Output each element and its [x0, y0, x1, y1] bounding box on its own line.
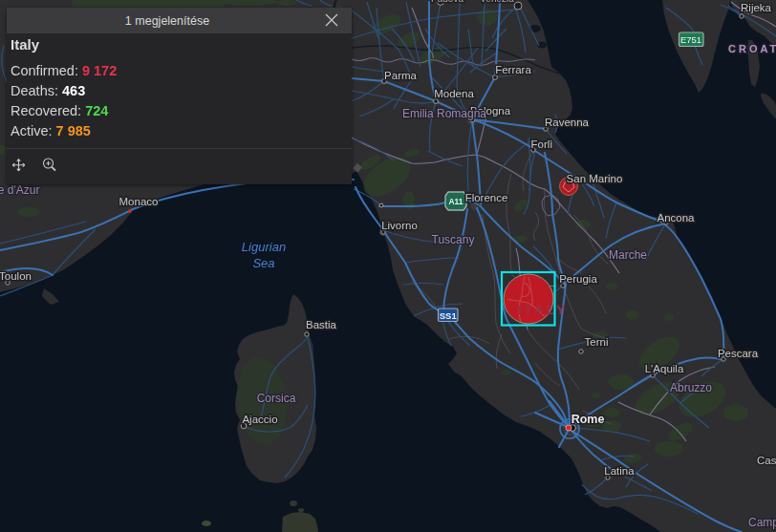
svg-text:Ravenna: Ravenna [545, 117, 590, 128]
svg-text:Pescara: Pescara [718, 348, 759, 359]
svg-text:Forlì: Forlì [531, 138, 553, 150]
svg-text:E751: E751 [680, 34, 701, 45]
svg-text:ITALY: ITALY [518, 303, 569, 317]
svg-text:Marche: Marche [609, 248, 647, 262]
svg-text:Rome: Rome [571, 413, 605, 426]
svg-text:Tuscany: Tuscany [432, 233, 475, 246]
svg-text:Ajaccio: Ajaccio [242, 414, 277, 425]
svg-text:Ferrara: Ferrara [495, 64, 531, 75]
svg-text:Campania: Campania [748, 516, 776, 529]
svg-text:Livorno: Livorno [381, 220, 418, 231]
svg-text:San Marino: San Marino [567, 173, 623, 184]
svg-text:Sea: Sea [252, 256, 274, 270]
svg-text:Emilia Romagna: Emilia Romagna [402, 107, 486, 120]
svg-text:Caserta: Caserta [757, 455, 776, 466]
svg-text:Latina: Latina [604, 465, 635, 477]
svg-text:Corsica: Corsica [257, 392, 296, 405]
svg-text:Terni: Terni [585, 336, 609, 348]
svg-text:Florence: Florence [465, 192, 508, 203]
svg-text:Monaco: Monaco [119, 196, 159, 207]
svg-text:Venezia: Venezia [480, 0, 514, 4]
svg-text:SS1: SS1 [440, 310, 458, 321]
svg-text:CROATIA: CROATIA [728, 43, 776, 54]
svg-text:te d'Azur: te d'Azur [0, 183, 39, 197]
svg-text:A11: A11 [448, 197, 463, 206]
svg-text:Ancona: Ancona [657, 212, 695, 223]
svg-text:Perugia: Perugia [559, 273, 597, 285]
svg-text:Parma: Parma [384, 70, 417, 81]
svg-text:Padova: Padova [431, 0, 463, 4]
svg-text:Abruzzo: Abruzzo [670, 381, 712, 394]
svg-text:Ligurian: Ligurian [242, 240, 286, 254]
svg-text:Toulon: Toulon [0, 270, 32, 282]
svg-text:Rijeka: Rijeka [741, 2, 772, 13]
svg-text:Modena: Modena [434, 88, 474, 99]
svg-text:L'Aquila: L'Aquila [645, 363, 684, 374]
svg-text:Bastia: Bastia [306, 319, 337, 330]
